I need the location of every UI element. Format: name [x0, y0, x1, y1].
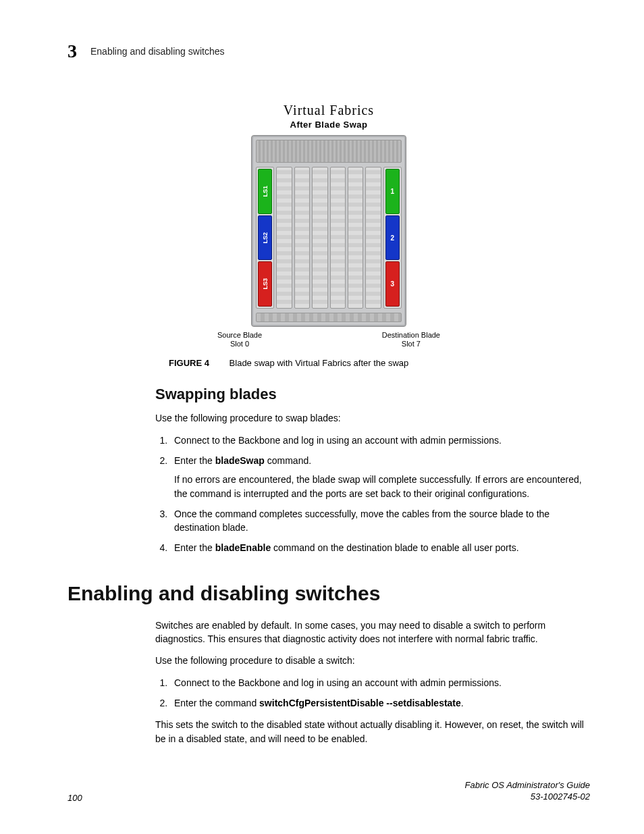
mid-slot	[312, 167, 327, 309]
enabling-para1: Switches are enabled by default. In some…	[155, 619, 590, 646]
blade-labels: Source Blade Slot 0 Destination Blade Sl…	[217, 331, 440, 348]
dest-seg-3: 3	[385, 261, 400, 307]
destination-blade-label: Destination Blade Slot 7	[382, 331, 440, 348]
source-seg-ls3: LS3	[258, 261, 272, 307]
enabling-body: Switches are enabled by default. In some…	[155, 619, 590, 746]
figure-subtitle: After Blade Swap	[140, 120, 518, 130]
swap-step-2-detail: If no errors are encountered, the blade …	[174, 473, 590, 500]
enabling-intro: Use the following procedure to disable a…	[155, 654, 590, 667]
swap-step-3: Once the command completes successfully,…	[170, 507, 590, 535]
chapter-number: 3	[68, 41, 77, 62]
source-seg-ls2: LS2	[258, 215, 272, 261]
cmd-switchcfgpersistentdisable: switchCfgPersistentDisable --setdisables…	[259, 698, 461, 708]
swap-step-1: Connect to the Backbone and log in using…	[170, 434, 590, 447]
chassis-slots: LS1 LS2 LS3 1 2 3	[256, 167, 402, 309]
heading-swapping-blades: Swapping blades	[155, 386, 590, 403]
swapping-blades-body: Use the following procedure to swap blad…	[155, 411, 590, 554]
chassis-top	[256, 140, 402, 163]
figure-title: Virtual Fabrics	[140, 103, 518, 118]
source-blade-label: Source Blade Slot 0	[217, 331, 262, 348]
mid-slot	[294, 167, 310, 309]
header-section-title: Enabling and disabling switches	[90, 46, 224, 57]
mid-slot	[276, 167, 292, 309]
cmd-bladeswap: bladeSwap	[215, 455, 265, 466]
dest-seg-1: 1	[385, 169, 400, 214]
heading-enabling-disabling: Enabling and disabling switches	[68, 582, 590, 605]
chassis-illustration: LS1 LS2 LS3 1 2 3	[140, 135, 518, 348]
enable-step-2: Enter the command switchCfgPersistentDis…	[170, 696, 590, 710]
mid-slot	[365, 167, 381, 309]
mid-slot	[330, 167, 346, 309]
page-footer: 100 Fabric OS Administrator's Guide 53-1…	[68, 780, 590, 803]
figure-caption-text: Blade swap with Virtual Fabrics after th…	[230, 358, 409, 368]
page-number: 100	[68, 793, 82, 803]
chassis: LS1 LS2 LS3 1 2 3	[251, 135, 406, 327]
doc-title: Fabric OS Administrator's Guide	[464, 780, 590, 790]
source-blade-slot0: LS1 LS2 LS3	[256, 167, 274, 309]
chassis-bottom	[256, 313, 402, 322]
cmd-bladeenable: bladeEnable	[215, 542, 271, 553]
footer-doc-info: Fabric OS Administrator's Guide 53-10027…	[464, 780, 590, 803]
source-seg-ls1: LS1	[258, 169, 272, 214]
page-header: 3 Enabling and disabling switches	[68, 41, 590, 62]
figure-number: FIGURE 4	[169, 358, 209, 368]
mid-slot	[348, 167, 363, 309]
swapping-intro: Use the following procedure to swap blad…	[155, 411, 590, 425]
page: 3 Enabling and disabling switches Virtua…	[0, 0, 644, 834]
doc-id: 53-1002745-02	[531, 791, 590, 802]
destination-blade-slot7: 1 2 3	[383, 167, 402, 309]
figure-4: Virtual Fabrics After Blade Swap LS1 LS2…	[140, 103, 518, 348]
enabling-para2: This sets the switch to the disabled sta…	[155, 718, 590, 746]
figure-caption: FIGURE 4 Blade swap with Virtual Fabrics…	[169, 358, 590, 368]
swap-step-2: Enter the bladeSwap command. If no error…	[170, 454, 590, 500]
dest-seg-2: 2	[385, 215, 400, 261]
enabling-steps: Connect to the Backbone and log in using…	[155, 676, 590, 710]
swapping-steps: Connect to the Backbone and log in using…	[155, 434, 590, 555]
swap-step-4: Enter the bladeEnable command on the des…	[170, 541, 590, 554]
enable-step-1: Connect to the Backbone and log in using…	[170, 676, 590, 689]
